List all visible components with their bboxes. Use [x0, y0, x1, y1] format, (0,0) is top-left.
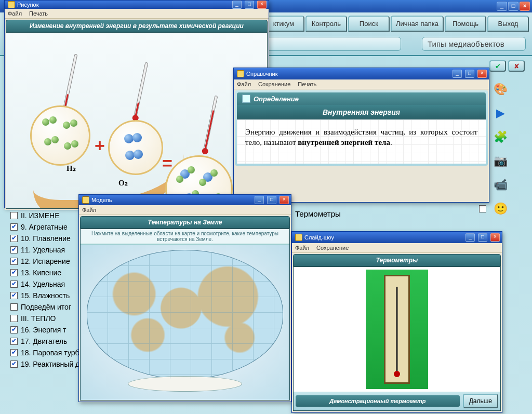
- app-minimize-button[interactable]: _: [497, 2, 507, 11]
- panel-banner: Термометры: [293, 254, 501, 266]
- window-title: Справочник: [246, 71, 278, 77]
- camcorder-icon: 📹: [491, 178, 509, 192]
- outline-checkbox[interactable]: [10, 338, 18, 345]
- definition-text: Энергию движения и взаимодействия частиц…: [237, 119, 486, 164]
- menu-bar: Файл: [79, 205, 291, 215]
- titlebar[interactable]: Справочник _ □ ×: [234, 68, 489, 79]
- equals-symbol: =: [162, 153, 172, 173]
- tab-search[interactable]: Поиск: [348, 16, 390, 32]
- menu-save[interactable]: Сохранение: [258, 81, 290, 87]
- outline-checkbox[interactable]: [10, 223, 18, 231]
- outline-label: III. ТЕПЛО: [21, 313, 56, 324]
- thermometer-photo: [366, 270, 428, 389]
- minimize-button[interactable]: _: [232, 1, 242, 9]
- filter-buttons: ✔ ✘: [489, 60, 525, 72]
- app-icon: [8, 1, 15, 8]
- app-icon: [295, 234, 302, 241]
- menu-file[interactable]: Файл: [82, 207, 96, 213]
- titlebar[interactable]: Модель _ □ ×: [79, 195, 291, 205]
- media-types-bar: Типы медиаобъектов: [422, 37, 526, 51]
- puzzle-icon: 🧩: [491, 130, 509, 144]
- outline-label: II. ИЗМЕНЕ: [21, 210, 60, 221]
- plus-symbol: +: [95, 136, 105, 156]
- app-maximize-button[interactable]: □: [508, 2, 518, 11]
- slide-caption: Демонстрационный термометр: [296, 395, 460, 407]
- menu-file[interactable]: Файл: [237, 81, 251, 87]
- titlebar[interactable]: Слайд-шоу _ □ ×: [292, 232, 502, 243]
- outline-checkbox[interactable]: [10, 212, 18, 219]
- filter-reject-button[interactable]: ✘: [508, 60, 525, 72]
- outline-checkbox[interactable]: [10, 269, 18, 276]
- tab-exit[interactable]: Выход: [487, 16, 529, 32]
- app-icon: [237, 70, 244, 77]
- close-button[interactable]: ×: [477, 70, 487, 78]
- outline-label: 16. Энергия т: [21, 324, 66, 336]
- outline-checkbox[interactable]: [10, 315, 18, 322]
- outline-label: 14. Удельная: [21, 278, 65, 290]
- menu-print[interactable]: Печать: [29, 10, 48, 17]
- type-checkbox[interactable]: [479, 205, 486, 212]
- outline-checkbox[interactable]: [10, 258, 18, 265]
- tab-control[interactable]: Контроль: [305, 16, 347, 32]
- panel-banner: Изменение внутренней энергии в результат…: [6, 20, 268, 32]
- outline-checkbox[interactable]: [10, 303, 18, 311]
- definition-term: Внутренняя энергия: [237, 105, 486, 119]
- close-button[interactable]: ×: [490, 233, 500, 242]
- menu-bar: Файл Печать: [5, 9, 269, 19]
- label-o2: O₂: [118, 178, 128, 188]
- outline-label: 12. Испарение: [21, 256, 70, 267]
- menu-bar: Файл Сохранение: [292, 243, 502, 253]
- menu-bar: Файл Сохранение Печать: [234, 79, 489, 89]
- outline-checkbox[interactable]: [10, 246, 18, 253]
- close-button[interactable]: ×: [280, 196, 289, 204]
- menu-print[interactable]: Печать: [298, 81, 316, 87]
- outline-checkbox[interactable]: [10, 360, 18, 368]
- window-spravochnik: Справочник _ □ × Файл Сохранение Печать …: [233, 68, 489, 203]
- outline-checkbox[interactable]: [10, 281, 18, 288]
- outline-label: 17. Двигатель: [21, 336, 67, 347]
- next-button[interactable]: Дальше: [463, 394, 498, 408]
- world-map[interactable]: [81, 244, 289, 400]
- maximize-button[interactable]: □: [478, 233, 487, 242]
- label-h2: H₂: [66, 164, 76, 173]
- outline-label: 10. Плавление: [21, 233, 71, 244]
- outline-checkbox[interactable]: [10, 349, 18, 356]
- outline-checkbox[interactable]: [10, 326, 18, 333]
- tab-folder[interactable]: Личная папка: [391, 16, 444, 32]
- tab-help[interactable]: Помощь: [445, 16, 486, 32]
- outline-label: 13. Кипение: [21, 267, 61, 278]
- window-title: Модель: [91, 197, 112, 203]
- outline-checkbox[interactable]: [10, 235, 18, 242]
- minimize-button[interactable]: _: [466, 233, 475, 242]
- app-close-button[interactable]: ×: [520, 2, 530, 11]
- outline-label: 9. Агрегатные: [21, 221, 68, 233]
- maximize-button[interactable]: □: [465, 70, 474, 78]
- slide-image: [294, 267, 500, 392]
- chemistry-illustration: + = H₂ O₂ H₂O: [6, 32, 268, 209]
- outline-label: 11. Удельная: [21, 244, 65, 256]
- maximize-button[interactable]: □: [267, 196, 276, 204]
- outline-label: 15. Влажность: [21, 290, 70, 301]
- menu-save[interactable]: Сохранение: [316, 245, 349, 251]
- titlebar[interactable]: Рисунок _ □ ×: [5, 1, 269, 9]
- minimize-button[interactable]: _: [255, 196, 264, 204]
- definition-header: Определение: [237, 92, 486, 105]
- menu-file[interactable]: Файл: [295, 245, 309, 251]
- window-risunok: Рисунок _ □ × Файл Печать Изменение внут…: [4, 0, 269, 208]
- window-model: Модель _ □ × Файл Температуры на Земле Н…: [78, 194, 291, 402]
- bg-media-list: Термометры: [295, 208, 341, 220]
- filter-accept-button[interactable]: ✔: [489, 60, 506, 72]
- bg-media-item[interactable]: Термометры: [295, 208, 341, 220]
- close-button[interactable]: ×: [257, 1, 267, 9]
- antarctica-label: [128, 376, 242, 392]
- menu-file[interactable]: Файл: [8, 10, 22, 17]
- app-icon: [82, 196, 89, 204]
- maximize-button[interactable]: □: [245, 1, 254, 9]
- help-face-icon: 🙂: [491, 202, 509, 216]
- camera-icon: 📷: [491, 154, 509, 168]
- minimize-button[interactable]: _: [453, 70, 462, 78]
- outline-checkbox[interactable]: [10, 292, 18, 299]
- outline-label: Подведём итог: [21, 301, 71, 313]
- play-icon: ▶: [491, 106, 509, 121]
- window-title: Слайд-шоу: [304, 234, 334, 241]
